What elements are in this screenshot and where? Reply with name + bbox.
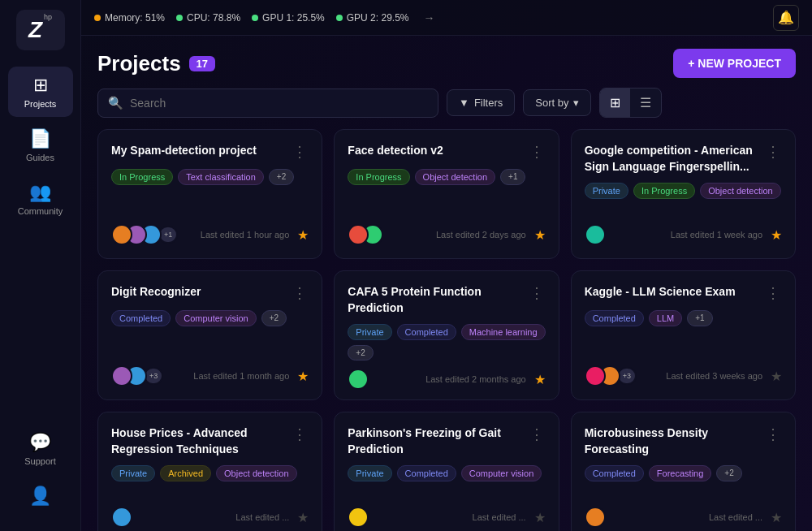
project-card[interactable]: CAFA 5 Protein Function Prediction⋮Priva… xyxy=(334,270,559,400)
tag-text-classification: Text classification xyxy=(178,169,264,185)
list-view-button[interactable]: ☰ xyxy=(630,88,661,117)
footer-right: Last edited 3 weeks ago★ xyxy=(666,369,782,384)
avatar xyxy=(348,369,369,390)
account-icon: 👤 xyxy=(29,486,51,507)
tag-private: Private xyxy=(348,465,391,481)
card-menu-button[interactable]: ⋮ xyxy=(764,284,782,302)
last-edited: Last edited 1 hour ago xyxy=(201,230,289,240)
sidebar-item-community[interactable]: 👥 Community xyxy=(8,174,73,224)
star-button[interactable]: ★ xyxy=(297,510,309,525)
star-button[interactable]: ★ xyxy=(534,227,546,243)
tag-more: +1 xyxy=(687,310,712,326)
card-title: CAFA 5 Protein Function Prediction xyxy=(348,284,527,316)
project-card[interactable]: My Spam-detection project⋮In ProgressTex… xyxy=(97,129,322,259)
project-card[interactable]: Google competition - American Sign Langu… xyxy=(571,129,796,259)
metrics-arrow[interactable]: → xyxy=(424,11,435,24)
card-header: Digit Recognizer⋮ xyxy=(111,284,309,302)
star-button[interactable]: ★ xyxy=(297,369,309,384)
card-title: Parkinson's Freezing of Gait Prediction xyxy=(348,425,527,457)
tag-llm: LLM xyxy=(649,310,682,326)
tag-private: Private xyxy=(348,324,391,340)
star-button[interactable]: ★ xyxy=(771,227,782,243)
notifications-bell[interactable]: 🔔 xyxy=(773,5,799,31)
tag-more: +2 xyxy=(348,345,373,360)
footer-right: Last edited ...★ xyxy=(235,510,309,525)
card-menu-button[interactable]: ⋮ xyxy=(291,425,309,443)
avatars xyxy=(111,507,126,528)
sidebar-item-projects[interactable]: ⊞ Projects xyxy=(8,67,73,117)
tag-more: +1 xyxy=(500,169,525,185)
avatars: +3 xyxy=(585,365,637,386)
search-box: 🔍 xyxy=(97,88,438,118)
grid-view-button[interactable]: ⊞ xyxy=(600,88,630,117)
sidebar-item-support[interactable]: 💬 Support xyxy=(8,424,73,474)
projects-grid: My Spam-detection project⋮In ProgressTex… xyxy=(81,129,812,531)
tag-computer-vision: Computer vision xyxy=(175,310,256,326)
metric-cpu: CPU: 78.8% xyxy=(176,12,240,24)
community-icon: 👥 xyxy=(29,182,51,203)
card-title: Kaggle - LLM Science Exam xyxy=(585,284,764,300)
tag-completed: Completed xyxy=(397,465,456,481)
guides-icon: 📄 xyxy=(29,128,51,149)
tag-more: +2 xyxy=(269,169,294,185)
project-card[interactable]: House Prices - Advanced Regression Techn… xyxy=(97,412,322,531)
sidebar-label-support: Support xyxy=(24,456,56,466)
card-menu-button[interactable]: ⋮ xyxy=(291,284,309,302)
page-title: Projects xyxy=(97,51,181,76)
avatars xyxy=(585,507,599,528)
avatar xyxy=(585,365,606,386)
search-input[interactable] xyxy=(130,97,428,110)
star-button[interactable]: ★ xyxy=(297,227,309,243)
sidebar-item-account[interactable]: 👤 xyxy=(8,477,73,518)
topbar: Memory: 51% CPU: 78.8% GPU 1: 25.5% GPU … xyxy=(81,0,812,36)
tag-archived: Archived xyxy=(160,465,211,481)
avatars: +3 xyxy=(111,365,163,386)
avatar xyxy=(111,507,132,528)
card-menu-button[interactable]: ⋮ xyxy=(764,143,782,161)
avatars: +1 xyxy=(111,224,178,245)
footer-right: Last edited 1 hour ago★ xyxy=(201,227,309,243)
avatar xyxy=(111,365,132,386)
card-title: Microbusiness Density Forecasting xyxy=(585,425,764,457)
support-icon: 💬 xyxy=(29,432,51,453)
tag-object-detection: Object detection xyxy=(700,183,781,199)
last-edited: Last edited ... xyxy=(709,512,762,522)
sortby-label: Sort by xyxy=(535,97,568,109)
project-card[interactable]: Digit Recognizer⋮CompletedComputer visio… xyxy=(97,270,322,400)
star-button[interactable]: ★ xyxy=(771,510,782,525)
card-header: Face detection v2⋮ xyxy=(348,143,545,161)
card-menu-button[interactable]: ⋮ xyxy=(528,425,546,443)
card-title: House Prices - Advanced Regression Techn… xyxy=(111,425,291,457)
card-header: Google competition - American Sign Langu… xyxy=(585,143,782,175)
card-menu-button[interactable]: ⋮ xyxy=(291,143,309,161)
filters-button[interactable]: ▼ Filters xyxy=(447,89,515,116)
card-menu-button[interactable]: ⋮ xyxy=(528,143,546,161)
project-card[interactable]: Kaggle - LLM Science Exam⋮CompletedLLM+1… xyxy=(571,270,796,400)
sidebar-label-guides: Guides xyxy=(26,153,54,162)
projects-icon: ⊞ xyxy=(33,75,48,96)
card-header: Microbusiness Density Forecasting⋮ xyxy=(585,425,782,457)
project-card[interactable]: Microbusiness Density Forecasting⋮Comple… xyxy=(571,412,796,531)
star-button[interactable]: ★ xyxy=(771,369,782,384)
card-tags: PrivateCompletedComputer vision xyxy=(348,465,545,481)
sidebar-item-guides[interactable]: 📄 Guides xyxy=(8,120,73,171)
sortby-button[interactable]: Sort by ▾ xyxy=(523,89,591,116)
footer-right: Last edited 1 week ago★ xyxy=(671,227,782,243)
new-project-button[interactable]: + NEW PROJECT xyxy=(673,49,796,78)
last-edited: Last edited ... xyxy=(235,512,289,522)
footer-right: Last edited 2 days ago★ xyxy=(436,227,546,243)
card-menu-button[interactable]: ⋮ xyxy=(764,425,782,443)
project-card[interactable]: Face detection v2⋮In ProgressObject dete… xyxy=(334,129,559,259)
tag-more: +2 xyxy=(716,465,741,481)
tag-object-detection: Object detection xyxy=(415,169,496,185)
card-menu-button[interactable]: ⋮ xyxy=(528,284,546,302)
sidebar-label-projects: Projects xyxy=(24,99,57,109)
star-button[interactable]: ★ xyxy=(534,372,546,387)
project-card[interactable]: Parkinson's Freezing of Gait Prediction⋮… xyxy=(334,412,559,531)
star-button[interactable]: ★ xyxy=(534,510,546,525)
tag-completed: Completed xyxy=(397,324,456,340)
avatar xyxy=(348,507,369,528)
card-tags: In ProgressObject detection+1 xyxy=(348,169,545,185)
cpu-label: CPU: 78.8% xyxy=(187,12,240,24)
card-footer: Last edited 1 week ago★ xyxy=(585,224,782,245)
